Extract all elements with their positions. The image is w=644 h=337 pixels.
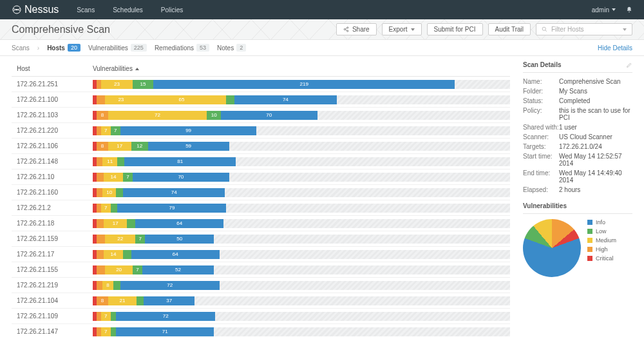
detail-value: 172.26.21.0/24 (559, 143, 632, 150)
bar-seg-high (97, 219, 104, 228)
pci-label: Submit for PCI (434, 26, 476, 33)
vuln-bar: 779 (93, 204, 510, 213)
host-ip: 172.26.21.147 (17, 328, 93, 335)
table-row[interactable]: 172.26.21.2779 (12, 200, 510, 216)
bar-seg-high (97, 235, 105, 244)
edit-icon[interactable] (626, 62, 632, 68)
host-ip: 172.26.21.100 (17, 96, 93, 103)
submit-pci-button[interactable]: Submit for PCI (427, 23, 483, 35)
chevron-down-icon (612, 8, 616, 11)
chevron-down-icon (623, 28, 627, 31)
table-row[interactable]: 172.26.21.1481181 (12, 154, 510, 169)
bar-seg-high: 8 (97, 296, 108, 305)
vuln-bar: 1764 (93, 219, 510, 228)
host-ip: 172.26.21.160 (17, 189, 93, 196)
svg-point-4 (542, 27, 545, 30)
bar-seg-high (97, 250, 104, 259)
table-row[interactable]: 172.26.21.109772 (12, 309, 510, 324)
bell-icon[interactable] (626, 6, 632, 13)
vuln-bar: 8721070 (93, 111, 510, 120)
bar-seg-high (97, 188, 102, 197)
bar-seg-low (113, 281, 120, 290)
bar-seg-med: 7 (101, 126, 111, 135)
bar-seg-high (97, 281, 102, 290)
tab-vulnerabilities[interactable]: Vulnerabilities 225 (88, 44, 147, 52)
bar-seg-low (127, 219, 135, 228)
hide-details-link[interactable]: Hide Details (598, 44, 632, 52)
nav-schedules[interactable]: Schedules (113, 6, 143, 14)
bar-seg-med: 11 (102, 157, 118, 166)
table-row[interactable]: 172.26.21.219872 (12, 278, 510, 293)
host-ip: 172.26.21.159 (17, 235, 93, 242)
table-row[interactable]: 172.26.21.15520752 (12, 262, 510, 278)
export-button[interactable]: Export (382, 23, 422, 35)
host-ip: 172.26.21.251 (17, 81, 93, 88)
legend-swatch-high (587, 247, 592, 252)
col-host[interactable]: Host (17, 65, 93, 72)
detail-row: Policy:this is the scan to use for PCI (523, 107, 632, 121)
table-row[interactable]: 172.26.21.2207799 (12, 123, 510, 139)
table-row[interactable]: 172.26.21.2512315219 (12, 77, 510, 92)
tab-remediations[interactable]: Remediations 53 (155, 44, 209, 52)
table-row[interactable]: 172.26.21.147771 (12, 324, 510, 337)
tab-vulns-count: 225 (131, 44, 147, 52)
svg-point-3 (347, 30, 348, 32)
share-button[interactable]: Share (336, 23, 377, 35)
bar-seg-med: 8 (102, 281, 113, 290)
vuln-bar: 1464 (93, 250, 510, 259)
bar-seg-info: 81 (124, 157, 236, 166)
bar-seg-med: 65 (137, 95, 226, 104)
host-ip: 172.26.21.17 (17, 251, 93, 258)
host-ip: 172.26.21.220 (17, 127, 93, 134)
table-row[interactable]: 172.26.21.100236574 (12, 92, 510, 108)
user-menu[interactable]: admin (592, 6, 616, 14)
legend-low: Low (596, 228, 607, 235)
filter-hosts-input[interactable]: Filter Hosts (536, 23, 632, 35)
tab-notes[interactable]: Notes 2 (217, 44, 246, 52)
bar-seg-low: 12 (131, 142, 148, 151)
bar-seg-low (117, 157, 124, 166)
detail-value: 1 user (559, 124, 632, 131)
detail-row: Shared with:1 user (523, 124, 632, 131)
details-sidebar: Scan Details Name:Comprehensive ScanFold… (523, 61, 632, 337)
main-content: Host Vulnerabilities 172.26.21.251231521… (0, 56, 644, 337)
brand-logo[interactable]: Nessus (12, 4, 59, 15)
bar-seg-med: 14 (104, 173, 123, 182)
legend-swatch-low (587, 229, 592, 234)
table-row[interactable]: 172.26.21.1601074 (12, 185, 510, 200)
bar-seg-info: 59 (148, 142, 229, 151)
chevron-down-icon (411, 28, 415, 31)
audit-trail-button[interactable]: Audit Trail (488, 23, 531, 35)
bar-seg-info: 52 (142, 265, 214, 274)
bar-seg-high (97, 95, 105, 104)
table-row[interactable]: 172.26.21.181764 (12, 216, 510, 231)
nav-scans[interactable]: Scans (77, 6, 95, 14)
host-ip: 172.26.21.155 (17, 266, 93, 273)
table-row[interactable]: 172.26.21.171464 (12, 247, 510, 262)
global-nav: Nessus Scans Schedules Policies admin (0, 0, 644, 19)
sort-asc-icon (135, 68, 139, 70)
table-row[interactable]: 172.26.21.10482137 (12, 293, 510, 309)
column-headers: Host Vulnerabilities (12, 61, 510, 77)
table-row[interactable]: 172.26.21.1038721070 (12, 108, 510, 123)
scan-details-header: Scan Details (523, 61, 632, 73)
nav-policies[interactable]: Policies (161, 6, 183, 14)
table-row[interactable]: 172.26.21.1068171259 (12, 139, 510, 154)
col-vulnerabilities[interactable]: Vulnerabilities (93, 65, 139, 72)
vuln-pie-chart[interactable] (523, 219, 581, 277)
breadcrumb-scans[interactable]: Scans (12, 44, 30, 52)
tab-hosts[interactable]: Hosts 20 (47, 44, 80, 52)
table-row[interactable]: 172.26.21.1014770 (12, 169, 510, 185)
table-row[interactable]: 172.26.21.15922750 (12, 231, 510, 247)
bar-seg-med: 20 (105, 265, 133, 274)
vuln-bar: 1074 (93, 188, 510, 197)
col-vuln-label: Vulnerabilities (93, 65, 133, 72)
page-header: Comprehensive Scan Share Export Submit f… (0, 19, 644, 40)
bar-seg-med: 10 (102, 188, 116, 197)
detail-row: End time:Wed May 14 14:49:40 2014 (523, 169, 632, 184)
bar-seg-low: 15 (133, 80, 153, 89)
vuln-bar: 82137 (93, 296, 510, 305)
bar-seg-low (226, 95, 234, 104)
brand-text: Nessus (24, 4, 59, 15)
bar-seg-med: 23 (105, 95, 137, 104)
